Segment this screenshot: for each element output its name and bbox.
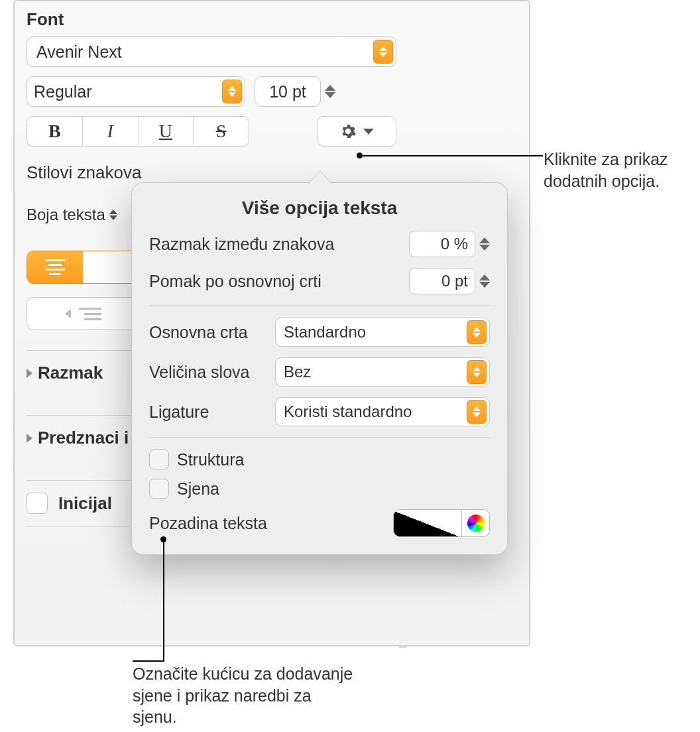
shadow-checkbox[interactable] — [149, 479, 169, 499]
alignment-segmented — [27, 251, 139, 284]
baseline-shift-label: Pomak po osnovnoj crti — [149, 272, 321, 291]
chevron-down-icon — [363, 129, 374, 135]
separator — [149, 437, 490, 438]
bullets-label: Predznaci i — [38, 428, 129, 448]
bold-button[interactable]: B — [27, 117, 83, 146]
font-style-select[interactable]: Regular — [27, 76, 245, 107]
caps-label: Veličina slova — [149, 363, 266, 382]
character-styles-label: Stilovi znakova — [27, 162, 396, 183]
strike-button[interactable]: S — [194, 117, 249, 146]
baseline-select[interactable]: Standardno — [275, 318, 490, 347]
text-color-label: Boja teksta — [27, 206, 105, 224]
font-size-value[interactable]: 10 pt — [255, 76, 321, 107]
baseline-shift-value[interactable]: 0 pt — [409, 268, 475, 294]
callout-leader — [357, 155, 543, 156]
align-center-button[interactable] — [27, 251, 83, 283]
outline-label: Struktura — [177, 450, 244, 469]
more-text-options-popover: Više opcija teksta Razmak između znakova… — [131, 182, 508, 555]
indent-lines-icon — [79, 308, 101, 320]
align-center-icon — [45, 259, 65, 275]
text-format-segmented: B I U S — [27, 116, 249, 147]
font-style-value: Regular — [34, 82, 92, 101]
ligatures-select[interactable]: Koristi standardno — [275, 397, 490, 426]
char-spacing-label: Razmak između znakova — [149, 235, 334, 254]
disclosure-triangle-icon — [27, 434, 32, 443]
dropdown-knob-icon — [467, 360, 487, 384]
font-family-select[interactable]: Avenir Next — [27, 36, 396, 67]
baseline-value: Standardno — [284, 323, 366, 341]
dropdown-knob-icon — [467, 400, 487, 424]
stepper-arrows-icon[interactable] — [479, 274, 490, 288]
callout-bottom: Označite kućicu za dodavanje sjene i pri… — [133, 663, 358, 728]
align-other-button[interactable] — [83, 251, 139, 283]
more-text-options-button[interactable] — [317, 116, 396, 147]
stepper-arrows-icon[interactable] — [479, 237, 490, 251]
color-picker-button[interactable] — [462, 509, 490, 537]
indent-button[interactable] — [27, 297, 139, 330]
spacing-label: Razmak — [38, 363, 103, 383]
baseline-shift-stepper[interactable]: 0 pt — [409, 268, 490, 294]
popover-title: Više opcija teksta — [149, 198, 490, 219]
callout-top: Kliknite za prikaz dodatnih opcija. — [544, 149, 696, 192]
text-color-arrows-icon[interactable] — [109, 210, 117, 220]
color-wheel-icon — [467, 515, 485, 532]
outdent-icon — [65, 309, 71, 318]
font-family-value: Avenir Next — [36, 42, 122, 62]
underline-button[interactable]: U — [139, 117, 194, 146]
text-bg-label: Pozadina teksta — [149, 514, 267, 533]
text-bg-swatch[interactable] — [393, 509, 462, 537]
char-spacing-value[interactable]: 0 % — [409, 231, 475, 257]
caps-value: Bez — [284, 363, 311, 381]
ligatures-value: Koristi standardno — [284, 402, 412, 421]
baseline-label: Osnovna crta — [149, 323, 266, 342]
ligatures-label: Ligature — [149, 402, 266, 422]
gear-icon — [339, 123, 357, 140]
shadow-row: Sjena — [149, 479, 490, 499]
disclosure-triangle-icon — [27, 369, 32, 378]
dropcap-checkbox[interactable] — [27, 493, 48, 514]
font-heading: Font — [27, 9, 396, 30]
separator — [149, 305, 490, 306]
stepper-arrows-icon[interactable] — [325, 85, 335, 98]
dropdown-knob-icon — [373, 40, 393, 64]
dropdown-knob-icon — [467, 320, 487, 344]
font-size-stepper[interactable]: 10 pt — [255, 76, 335, 107]
dropcap-label: Inicijal — [58, 493, 112, 514]
char-spacing-stepper[interactable]: 0 % — [409, 231, 490, 257]
shadow-label: Sjena — [177, 479, 219, 499]
outline-checkbox[interactable] — [149, 450, 169, 469]
callout-leader — [163, 537, 164, 662]
outline-row: Struktura — [149, 450, 490, 469]
dropdown-knob-icon — [222, 80, 242, 103]
caps-select[interactable]: Bez — [275, 357, 490, 387]
callout-leader — [133, 660, 164, 662]
italic-button[interactable]: I — [83, 117, 139, 146]
